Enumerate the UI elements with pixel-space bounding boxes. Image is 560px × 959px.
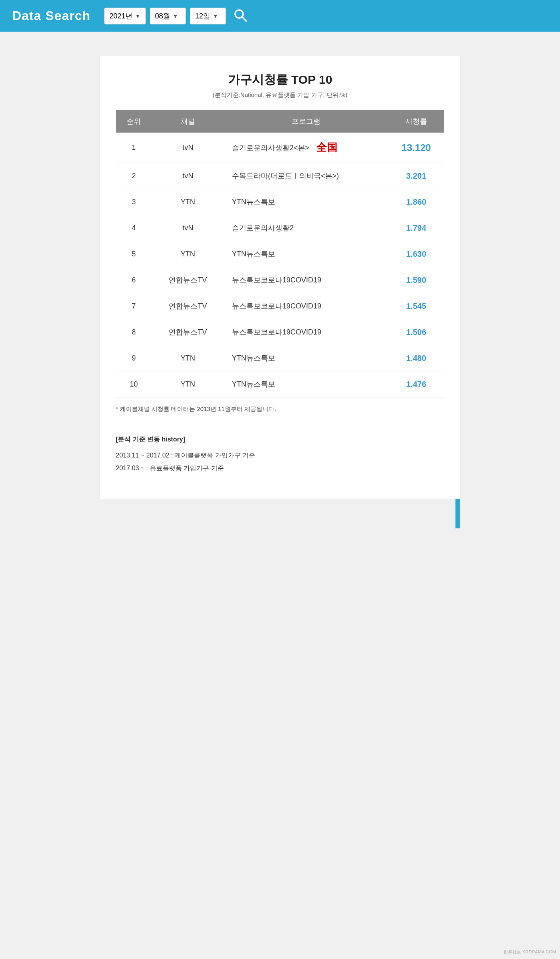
day-dropdown-arrow: ▼ xyxy=(213,13,218,19)
col-header-rank: 순위 xyxy=(116,110,152,133)
cell-program: 뉴스특보코로나19COVID19 xyxy=(224,293,388,319)
cell-program: 슬기로운의사생활2<본>全国 xyxy=(224,133,388,163)
footnote: * 케이블채널 시청률 데이터는 2013년 11월부터 제공됩니다. xyxy=(116,405,444,413)
cell-rate: 13.120 xyxy=(388,133,444,163)
table-subtitle: (분석기준:National, 유료플랫폼 가입 가구, 단위:%) xyxy=(116,91,444,99)
month-value: 08월 xyxy=(155,11,170,21)
table-row: 2tvN수목드라마(더로드ㅣ의비극<본>)3.201 xyxy=(116,163,444,189)
cell-channel: YTN xyxy=(152,189,224,215)
cell-channel: tvN xyxy=(152,163,224,189)
cell-channel: YTN xyxy=(152,241,224,267)
cell-rank: 4 xyxy=(116,215,152,241)
table-header-row: 순위 채널 프로그램 시청률 xyxy=(116,110,444,133)
cell-program: 뉴스특보코로나19COVID19 xyxy=(224,267,388,293)
cell-rank: 1 xyxy=(116,133,152,163)
month-dropdown[interactable]: 08월 ▼ xyxy=(150,8,186,24)
ratings-table: 순위 채널 프로그램 시청률 1tvN슬기로운의사생활2<본>全国13.1202… xyxy=(116,110,444,397)
table-row: 3YTNYTN뉴스특보1.860 xyxy=(116,189,444,215)
search-button[interactable] xyxy=(232,7,248,24)
table-row: 9YTNYTN뉴스특보1.480 xyxy=(116,345,444,371)
cell-program: 수목드라마(더로드ㅣ의비극<본>) xyxy=(224,163,388,189)
cell-channel: tvN xyxy=(152,133,224,163)
day-value: 12일 xyxy=(195,11,210,21)
cell-rate: 1.630 xyxy=(388,241,444,267)
date-filter-group: 2021년 ▼ 08월 ▼ 12일 ▼ xyxy=(104,7,248,24)
cell-program: 뉴스특보코로나19COVID19 xyxy=(224,319,388,345)
nationwide-badge: 全国 xyxy=(316,141,337,155)
table-row: 5YTNYTN뉴스특보1.630 xyxy=(116,241,444,267)
table-title: 가구시청률 TOP 10 xyxy=(116,72,444,88)
cell-rank: 6 xyxy=(116,267,152,293)
cell-channel: YTN xyxy=(152,345,224,371)
cell-rank: 8 xyxy=(116,319,152,345)
cell-program: 슬기로운의사생활2 xyxy=(224,215,388,241)
history-title: [분석 기준 변동 history] xyxy=(116,433,444,446)
history-line-1: 2013.11 ~ 2017.02 : 케이블플랫폼 가입가구 기준 xyxy=(116,449,444,462)
cell-rank: 9 xyxy=(116,345,152,371)
col-header-rate: 시청률 xyxy=(388,110,444,133)
cell-rate: 3.201 xyxy=(388,163,444,189)
cell-rank: 3 xyxy=(116,189,152,215)
cell-rate: 1.480 xyxy=(388,345,444,371)
cell-rate: 1.794 xyxy=(388,215,444,241)
main-content: 가구시청률 TOP 10 (분석기준:National, 유료플랫폼 가입 가구… xyxy=(100,56,460,499)
header: Data Search 2021년 ▼ 08월 ▼ 12일 ▼ xyxy=(0,0,560,32)
day-dropdown[interactable]: 12일 ▼ xyxy=(190,8,226,24)
cell-program: YTN뉴스특보 xyxy=(224,345,388,371)
cell-rate: 1.860 xyxy=(388,189,444,215)
table-row: 8연합뉴스TV뉴스특보코로나19COVID191.506 xyxy=(116,319,444,345)
month-dropdown-arrow: ▼ xyxy=(173,13,178,19)
cell-channel: tvN xyxy=(152,215,224,241)
cell-channel: YTN xyxy=(152,371,224,397)
cell-rank: 7 xyxy=(116,293,152,319)
cell-program: YTN뉴스특보 xyxy=(224,241,388,267)
program-name: 슬기로운의사생활2<본> xyxy=(232,143,309,153)
cell-rank: 2 xyxy=(116,163,152,189)
cell-rate: 1.506 xyxy=(388,319,444,345)
cell-channel: 연합뉴스TV xyxy=(152,293,224,319)
col-header-program: 프로그램 xyxy=(224,110,388,133)
table-row: 4tvN슬기로운의사생활21.794 xyxy=(116,215,444,241)
header-title: Data Search xyxy=(12,8,91,23)
year-value: 2021년 xyxy=(109,11,133,21)
cell-rate: 1.545 xyxy=(388,293,444,319)
cell-program: YTN뉴스특보 xyxy=(224,371,388,397)
table-row: 7연합뉴스TV뉴스특보코로나19COVID191.545 xyxy=(116,293,444,319)
cell-rate: 1.476 xyxy=(388,371,444,397)
cell-rank: 5 xyxy=(116,241,152,267)
table-row: 10YTNYTN뉴스특보1.476 xyxy=(116,371,444,397)
col-header-channel: 채널 xyxy=(152,110,224,133)
history-section: [분석 기준 변동 history] 2013.11 ~ 2017.02 : 케… xyxy=(116,433,444,475)
site-credit: 한류社区 KRDRAMA.COM xyxy=(504,949,556,955)
cell-channel: 연합뉴스TV xyxy=(152,319,224,345)
svg-line-1 xyxy=(242,17,246,22)
table-row: 6연합뉴스TV뉴스특보코로나19COVID191.590 xyxy=(116,267,444,293)
history-line-2: 2017.03 ~ : 유료플랫폼 가입가구 기준 xyxy=(116,462,444,475)
year-dropdown[interactable]: 2021년 ▼ xyxy=(104,8,146,24)
cell-program: YTN뉴스특보 xyxy=(224,189,388,215)
cell-rate: 1.590 xyxy=(388,267,444,293)
cell-rank: 10 xyxy=(116,371,152,397)
table-row: 1tvN슬기로운의사생활2<본>全国13.120 xyxy=(116,133,444,163)
cell-channel: 연합뉴스TV xyxy=(152,267,224,293)
year-dropdown-arrow: ▼ xyxy=(135,13,141,19)
